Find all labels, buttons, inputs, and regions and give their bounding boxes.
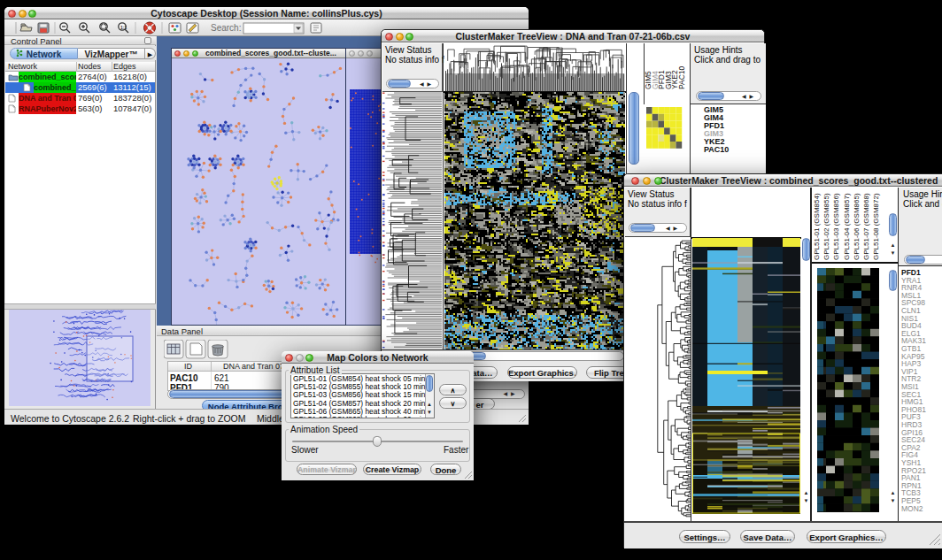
svg-text:GPL51-07 (GSM868): GPL51-07 (GSM868) xyxy=(862,193,870,260)
svg-text:GPL51-03 (GSM856): GPL51-03 (GSM856) xyxy=(832,193,840,260)
svg-text:GPL51-08 (GSM872): GPL51-08 (GSM872) xyxy=(872,193,880,260)
svg-text:Search:: Search: xyxy=(211,23,241,33)
svg-text:PAC10: PAC10 xyxy=(677,65,686,89)
svg-text:GPL51-02 (GSM855): GPL51-02 (GSM855) xyxy=(822,193,830,260)
svg-text:1:1: 1:1 xyxy=(120,25,127,30)
svg-text:GPL51-04 (GSM857): GPL51-04 (GSM857) xyxy=(843,193,851,260)
svg-text:GPL51-06 (GSM865): GPL51-06 (GSM865) xyxy=(853,193,861,260)
svg-text:GPL51-01 (GSM854): GPL51-01 (GSM854) xyxy=(813,193,821,260)
